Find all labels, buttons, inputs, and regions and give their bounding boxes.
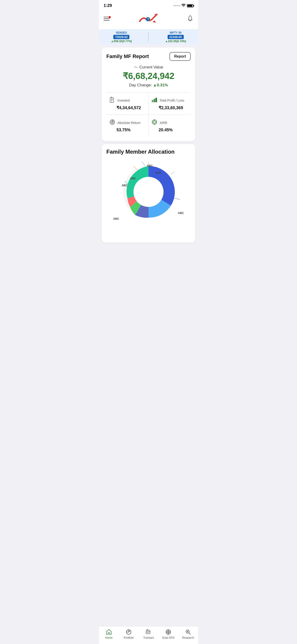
day-change-value: ▲0.31% bbox=[153, 83, 168, 87]
report-button[interactable]: Report bbox=[170, 52, 191, 61]
svg-rect-10 bbox=[156, 98, 157, 102]
nifty-value: 22168.05 bbox=[168, 35, 184, 39]
status-icons bbox=[173, 4, 194, 8]
mf-report-card: Family MF Report Report 〜 Current Value … bbox=[102, 48, 195, 141]
svg-point-21 bbox=[134, 177, 164, 207]
chart-label-3: ABC bbox=[130, 177, 136, 180]
chart-area: ABC ABC ABC ABC ABC ABC bbox=[106, 160, 191, 238]
status-time: 1:29 bbox=[104, 3, 112, 8]
allocation-title: Family Member Allocation bbox=[106, 148, 191, 155]
invested-label: Invested bbox=[118, 98, 130, 102]
nifty-change: ▲163.35(0.74%) bbox=[165, 40, 186, 43]
svg-point-0 bbox=[183, 6, 184, 7]
invested-value: ₹4,34,64,572 bbox=[109, 105, 146, 110]
nifty-ticker: NIFTY 50 22168.05 ▲163.35(0.74%) bbox=[165, 31, 186, 43]
svg-point-15 bbox=[153, 121, 156, 123]
metrics-grid: Invested ₹4,34,64,572 Total Profit / Los… bbox=[106, 92, 191, 136]
status-bar: 1:29 bbox=[99, 0, 198, 10]
chart-label-4: ABC bbox=[122, 184, 128, 187]
svg-line-23 bbox=[171, 171, 174, 174]
invest-icon bbox=[109, 96, 116, 104]
svg-line-24 bbox=[142, 162, 145, 166]
xirr-icon bbox=[151, 119, 158, 127]
ticker-divider bbox=[148, 32, 148, 42]
menu-button[interactable] bbox=[104, 17, 110, 20]
return-value: 53.75% bbox=[109, 128, 146, 132]
profit-label: Total Profit / Loss bbox=[160, 98, 184, 102]
return-label: Absolute Return bbox=[118, 121, 140, 124]
sensex-ticker: SENSEX 73029.62 ▲559.32(0.77%) bbox=[111, 31, 132, 43]
metric-invested: Invested ₹4,34,64,572 bbox=[106, 92, 148, 115]
family-allocation-card: Family Member Allocation ABC ABC ABC ABC… bbox=[102, 144, 195, 242]
profit-icon bbox=[151, 96, 158, 104]
chart-label-5: ABC bbox=[113, 217, 119, 220]
svg-rect-9 bbox=[154, 99, 155, 102]
sensex-change: ▲559.32(0.77%) bbox=[111, 40, 132, 43]
xirr-value: 20.45% bbox=[151, 128, 188, 132]
current-value-label: 〜 Current Value bbox=[106, 64, 191, 70]
return-icon: ₹ bbox=[109, 119, 116, 127]
chart-label-1: ABC bbox=[147, 164, 153, 168]
sensex-value: 73029.62 bbox=[113, 35, 130, 39]
bell-button[interactable] bbox=[187, 15, 194, 22]
current-value-amount: ₹6,68,24,942 bbox=[106, 72, 191, 81]
metric-profit: Total Profit / Loss ₹2,33,60,369 bbox=[148, 92, 191, 115]
logo: ₹ bbox=[138, 12, 159, 26]
chart-label-6: ABC bbox=[178, 212, 184, 215]
main-content: Family MF Report Report 〜 Current Value … bbox=[99, 45, 198, 266]
chart-label-2: ABC bbox=[155, 171, 161, 174]
svg-rect-8 bbox=[152, 100, 153, 102]
sensex-label: SENSEX bbox=[116, 31, 127, 34]
profit-value: ₹2,33,60,369 bbox=[151, 105, 188, 110]
xirr-label: XIRR bbox=[160, 121, 167, 124]
metric-return: ₹ Absolute Return 53.75% bbox=[106, 115, 148, 136]
svg-line-27 bbox=[174, 198, 180, 200]
trend-icon: 〜 bbox=[134, 64, 138, 70]
current-value-section: 〜 Current Value ₹6,68,24,942 Day Change:… bbox=[106, 64, 191, 88]
svg-text:₹: ₹ bbox=[147, 18, 149, 20]
header: ₹ bbox=[99, 10, 198, 29]
battery-icon bbox=[187, 4, 194, 7]
wifi-icon bbox=[182, 4, 186, 8]
metric-xirr: XIRR 20.45% bbox=[148, 115, 191, 136]
nifty-label: NIFTY 50 bbox=[170, 31, 182, 34]
day-change: Day Change: ▲0.31% bbox=[106, 83, 191, 88]
ticker-bar: SENSEX 73029.62 ▲559.32(0.77%) NIFTY 50 … bbox=[99, 29, 198, 45]
signal-icon bbox=[173, 5, 180, 6]
mf-report-title: Family MF Report bbox=[106, 54, 149, 60]
